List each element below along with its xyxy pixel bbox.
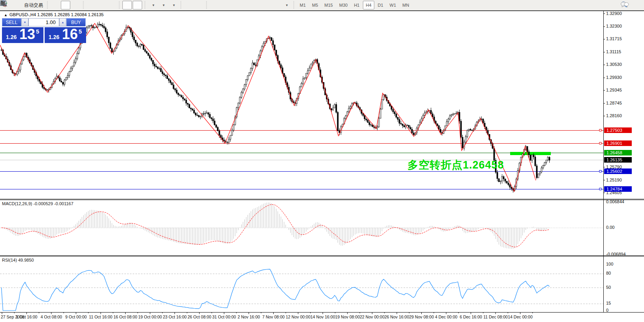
volume-input[interactable] (28, 18, 59, 26)
time-axis-label: 31 Oct 00:00 (212, 315, 236, 319)
time-axis-label: 12 Nov 00:00 (286, 315, 310, 319)
symbol-ohlc-text: GBPUSD-,H4 1.26285 1.26285 1.26084 1.261… (9, 12, 104, 17)
price-tick-label: 1.29345 (606, 88, 622, 92)
time-axis-label: 14 Dec 00:00 (508, 315, 532, 319)
macd-axis-label: 0.00 (606, 225, 614, 230)
price-tick-label: 1.30530 (606, 62, 622, 67)
price-tick-label: 1.31115 (606, 49, 621, 54)
price-level-badge: 1.26458 (604, 150, 632, 155)
price-tick-label: 1.28160 (606, 113, 622, 118)
time-axis-label: 4 Dec 00:00 (435, 315, 458, 319)
price-tick-label: 1.25190 (606, 178, 622, 182)
price-tick-label: 1.31715 (606, 36, 622, 41)
sell-price-prefix: 1.26 (6, 34, 17, 40)
rsi-axis-label: 0 (606, 308, 608, 313)
rsi-axis-label: 50 (606, 285, 611, 290)
time-axis-label: 23 Oct 16:00 (163, 315, 186, 319)
buy-button[interactable]: BUY (66, 18, 86, 26)
buy-price-prefix: 1.26 (49, 34, 59, 40)
current-price-badge: 1.26135 (604, 157, 632, 163)
one-click-trading-panel: SELL ▼ ▲ BUY 1.26 13 5 1.26 16 5 (2, 18, 92, 43)
macd-histogram (2, 202, 550, 249)
rsi-axis-label: 80 (606, 271, 611, 275)
price-tick-label: 1.29930 (606, 75, 622, 80)
symbol-header: ▲GBPUSD-,H4 1.26285 1.26285 1.26084 1.26… (4, 12, 103, 17)
buy-price-big: 16 (62, 26, 78, 43)
time-axis-label: 9 Oct 00:00 (65, 315, 86, 319)
macd-axis-label: -0.006894 (606, 252, 626, 256)
expand-triangle-icon[interactable]: ▲ (4, 13, 8, 17)
sell-price-box[interactable]: 1.26 13 5 (2, 27, 43, 43)
time-axis-label: 11 Oct 16:00 (89, 315, 112, 319)
sell-price-big: 13 (19, 26, 35, 43)
buy-price-box[interactable]: 1.26 16 5 (45, 27, 86, 43)
price-tick-label: 1.32900 (606, 11, 622, 16)
time-axis-label: 7 Nov 08:00 (262, 315, 285, 319)
price-level-badge: 1.27503 (604, 127, 632, 133)
time-axis-label: 26 Oct 08:00 (188, 315, 211, 319)
mt4-terminal: { "toolbar": { "order_label": "单", "auto… (0, 0, 644, 322)
time-axis-label: 11 Dec 08:00 (483, 315, 508, 319)
time-axis-label: 4 Oct 08:00 (41, 315, 62, 319)
time-axis-label: 1 Oct 16:00 (16, 315, 37, 319)
time-axis-label: 6 Dec 16:00 (460, 315, 482, 319)
price-level-badge: 1.26901 (604, 140, 632, 146)
time-axis-label: 19 Oct 00:00 (138, 315, 162, 319)
pivot-annotation-text: 多空转折点1.26458 (407, 158, 504, 172)
volume-decrease-button[interactable]: ▼ (21, 18, 28, 26)
price-level-badge: 1.25602 (604, 168, 632, 174)
macd-axis-label: 0.006844 (606, 199, 624, 204)
rsi-line (2, 269, 550, 311)
time-axis-label: 2 Nov 16:00 (238, 315, 260, 319)
macd-indicator-label: MACD(12,26,9) -0.000529 -0.001167 (2, 201, 73, 206)
rsi-indicator-label: RSI(14) 49.9850 (2, 258, 34, 262)
time-axis-label: 22 Nov 00:00 (360, 315, 384, 319)
price-level-badge: 1.24784 (604, 186, 632, 192)
time-axis-label: 29 Nov 08:00 (409, 315, 434, 319)
price-tick-label: 1.28745 (606, 101, 622, 105)
time-axis-label: 19 Nov 08:00 (335, 315, 360, 319)
sell-price-pip: 5 (36, 28, 39, 35)
rsi-axis-label: 15 (606, 301, 611, 305)
time-axis-label: 26 Nov 16:00 (385, 315, 409, 319)
time-axis-label: 16 Oct 08:00 (113, 315, 137, 319)
time-axis-label: 14 Nov 16:00 (310, 315, 335, 319)
price-chart[interactable] (0, 0, 644, 322)
volume-increase-button[interactable]: ▲ (59, 18, 66, 26)
price-tick-label: 1.32300 (606, 24, 622, 28)
rsi-axis-label: 100 (606, 262, 613, 266)
sell-button[interactable]: SELL (2, 18, 21, 26)
buy-price-pip: 5 (79, 28, 82, 35)
horizontal-lines[interactable] (0, 129, 603, 190)
